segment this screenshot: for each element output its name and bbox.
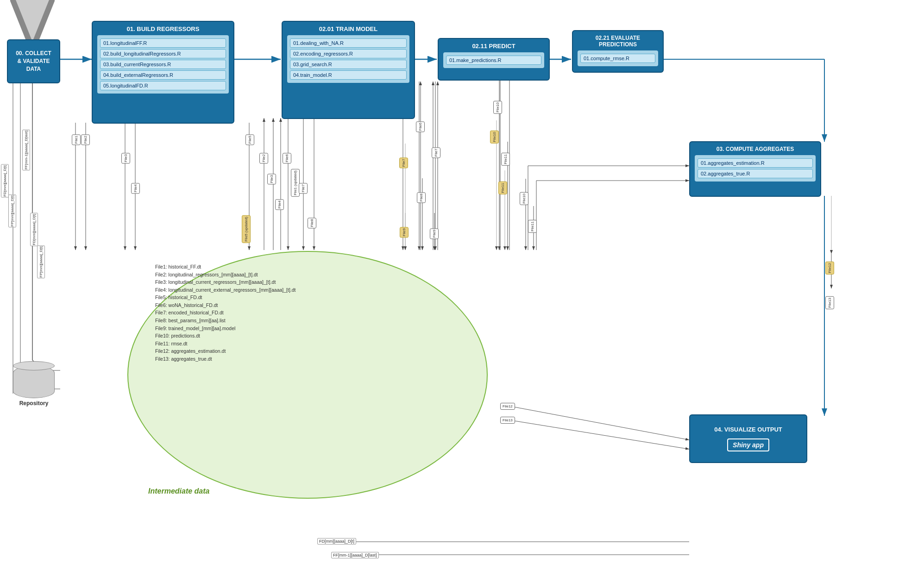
00-collect-label: 00. COLLECT & VALIDATE DATA <box>16 50 51 73</box>
file-label-11a: File11 <box>501 153 510 166</box>
repository: Repository <box>13 361 55 407</box>
file-label-11-gold: File11 <box>498 182 507 194</box>
file-label-7-gold: File7 <box>399 157 408 168</box>
02-21-scripts: 01.compute_rmse.R <box>578 50 658 66</box>
02-21-evaluate-title: 02.21 EVALUATE PREDICTIONS <box>578 35 658 48</box>
legend-file9: File9: trained_model_[mm][aa].model <box>155 325 296 332</box>
diagram-container: 00. COLLECT & VALIDATE DATA 01. BUILD RE… <box>0 0 924 576</box>
file-label-13-bot: File13 <box>500 417 515 424</box>
svg-line-52 <box>512 407 689 440</box>
repo-cylinder <box>13 366 55 398</box>
fd-mm-bot-label: FD[mm][aaaa]_D[t] <box>317 538 356 545</box>
03-aggregates-module: 03. COMPUTE AGGREGATES 01.aggregates_est… <box>689 141 821 197</box>
file-label-6a: File6 <box>283 153 291 163</box>
file-label-3a: File3 <box>121 153 130 163</box>
script-05-longitudinalFD: 05.longitudinalFD.R <box>100 81 226 90</box>
script-04-buildExternal: 04.build_externalRegressors.R <box>100 70 226 80</box>
fp-mm-label: FP[mm][aaaa]_D[t] <box>8 194 16 227</box>
01-build-title: 01. BUILD REGRESSORS <box>97 25 229 32</box>
file-label-7a: File7 <box>299 183 308 194</box>
03-aggregates-scripts: 01.aggregates_estimation.R 02.aggregates… <box>695 155 816 182</box>
file-label-9b: File9 <box>430 228 439 239</box>
script-02-encodingRegressors: 02.encoding_regressors.R <box>290 49 407 58</box>
file-label-10a: File10 <box>493 101 502 114</box>
file-label-10-gold: File10 <box>490 131 499 144</box>
legend-file7: File7: encoded_historical_FD.dt <box>155 309 296 317</box>
fd-mm-label: FD[mm][aaaa]_D[t] <box>1 164 9 198</box>
file-label-10b: File10 <box>520 192 528 205</box>
00-collect-module: 00. COLLECT & VALIDATE DATA <box>7 39 60 83</box>
ff-mm1-bot-label: FF[mm-1][aaaa]_D[last] <box>331 552 379 558</box>
01-build-scripts: 01.longitudinalFF.R 02.build_longitudina… <box>97 35 229 94</box>
ff-mm1-label: FF[mm-1][aaaa]_D[last] <box>22 130 30 170</box>
intermediate-data-legend: File1: historical_FF.dt File2: longitudi… <box>155 263 296 363</box>
file-label-12-bot: File12 <box>500 403 515 410</box>
fp-mm2-label: FP[mm][aaaa]_D[t] <box>37 245 45 278</box>
04-visualize-title: 04. VISUALIZE OUTPUT <box>714 426 782 433</box>
shiny-app-label: Shiny app <box>727 438 769 451</box>
file-label-8b: File8 <box>417 192 426 203</box>
legend-file11: File11: rmse.dt <box>155 340 296 348</box>
file-label-4a: File4 <box>131 183 140 194</box>
03-aggregates-title: 03. COMPUTE AGGREGATES <box>695 146 816 152</box>
fd-mm2-label: FD[mm][aaaa]_D[t] <box>30 213 38 246</box>
file-label-4b: File4 <box>275 199 284 210</box>
01-build-module: 01. BUILD REGRESSORS 01.longitudinalFF.R… <box>92 21 234 124</box>
file-label-8a: File8 <box>308 218 316 228</box>
file-label-11b: File11 <box>528 220 537 233</box>
script-02-aggregatesTrue: 02.aggregates_true.R <box>698 169 813 178</box>
script-01-aggregatesEst: 01.aggregates_estimation.R <box>698 158 813 168</box>
02-train-title: 02.01 TRAIN MODEL <box>287 25 409 32</box>
02-21-evaluate-module: 02.21 EVALUATE PREDICTIONS 01.compute_rm… <box>572 30 664 73</box>
legend-file2: File2: longitudinal_regressors_[mm][aaaa… <box>155 271 296 279</box>
file-label-13-gold: File13 <box>825 296 834 309</box>
file-label-7b: File7 <box>432 147 440 158</box>
02-11-predict-module: 02.11 PREDICT 01.make_predictions.R <box>438 38 550 81</box>
file-label-3b: File3 <box>267 174 276 184</box>
legend-file13: File13: aggregates_true.dt <box>155 355 296 363</box>
02-11-predict-title: 02.11 PREDICT <box>443 43 544 50</box>
legend-file5: File5: historical_FD.dt <box>155 294 296 301</box>
legend-file1: File1: historical_FF.dt <box>155 263 296 271</box>
02-train-scripts: 01.dealing_with_NA.R 02.encoding_regress… <box>287 35 409 83</box>
script-03-buildCurrent: 03.build_currentRegressors.R <box>100 60 226 69</box>
repo-top <box>13 361 55 370</box>
file-label-1a: File1 <box>72 134 81 145</box>
script-01-computeRmse: 01.compute_rmse.R <box>580 54 655 63</box>
legend-file4: File4: longitudinal_current_external_reg… <box>155 286 296 294</box>
script-02-buildLong: 02.build_longitudinalRegressors.R <box>100 49 226 58</box>
04-visualize-module: 04. VISUALIZE OUTPUT Shiny app <box>689 414 807 463</box>
legend-file6: File6: woNA_historical_FD.dt <box>155 301 296 309</box>
script-01-makePredictions: 01.make_predictions.R <box>446 56 541 65</box>
svg-line-53 <box>512 420 689 449</box>
legend-file8: File8: best_params_[mm][aa].list <box>155 317 296 325</box>
legend-file12: File12: aggregates_estimation.dt <box>155 347 296 355</box>
file-label-12-gold: File12 <box>825 262 834 275</box>
02-train-module: 02.01 TRAIN MODEL 01.dealing_with_NA.R 0… <box>282 21 415 119</box>
file-label-9-gold: File9 <box>400 227 409 238</box>
intermediate-data-title: Intermediate data <box>148 487 209 495</box>
repository-label: Repository <box>13 400 55 407</box>
legend-file10: File10: predictions.dt <box>155 332 296 340</box>
file-label-2b: File2 <box>259 153 268 163</box>
script-01-dealingNA: 01.dealing_with_NA.R <box>290 38 407 48</box>
legend-file3: File3: longitudinal_current_regressors_[… <box>155 278 296 286</box>
file-label-6b: File6 <box>416 121 425 132</box>
script-03-gridSearch: 03.grid_search.R <box>290 60 407 69</box>
script-04-trainModel: 04.train_model.R <box>290 70 407 80</box>
file-label-5a: File5 <box>245 134 254 145</box>
file-label-2a: File2 <box>81 134 90 145</box>
file-label-5-updated: File5 (updated) <box>242 215 251 243</box>
script-01-longitudinalFF: 01.longitudinalFF.R <box>100 38 226 48</box>
02-11-scripts: 01.make_predictions.R <box>443 52 544 68</box>
